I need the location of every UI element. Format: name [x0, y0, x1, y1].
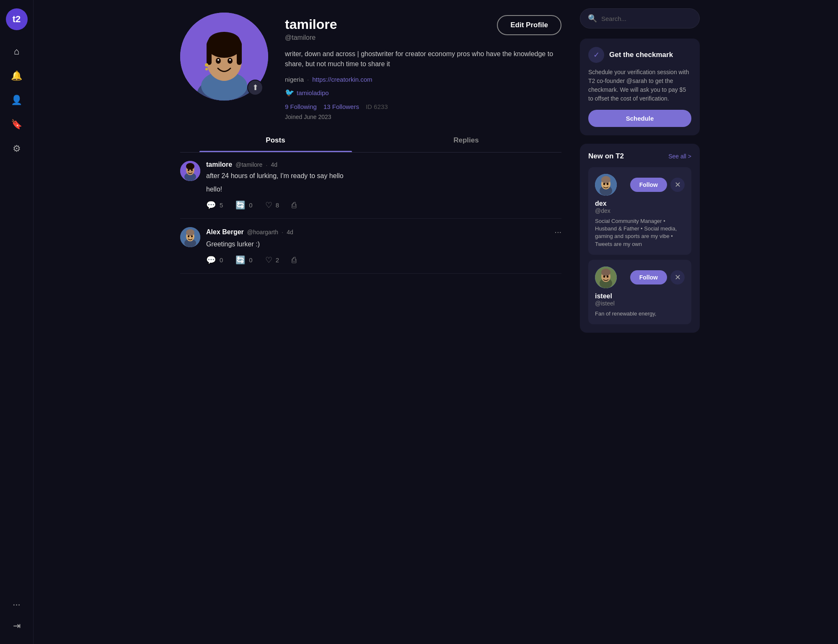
- comment-icon-2: 💬: [206, 255, 216, 265]
- suggestion-avatar-dex: [595, 174, 617, 196]
- post-text: after 24 hours of lurking, I'm ready to …: [206, 171, 561, 194]
- id-value: 6233: [374, 103, 388, 110]
- sidebar-item-notifications[interactable]: 🔔: [7, 66, 26, 85]
- svg-point-36: [601, 269, 610, 276]
- checkmark-title: Get the checkmark: [609, 51, 673, 59]
- tab-posts[interactable]: Posts: [180, 129, 371, 152]
- svg-point-14: [205, 68, 208, 70]
- profile-stats: 9 Following 13 Followers ID 6233: [285, 103, 561, 110]
- follow-button-isteel[interactable]: Follow: [630, 270, 667, 284]
- suggestion-handle-isteel: @isteel: [595, 300, 685, 307]
- sidebar-exit-button[interactable]: ⇥: [7, 616, 26, 636]
- svg-point-11: [217, 59, 219, 61]
- repost-action-2[interactable]: 🔄 0: [235, 255, 252, 265]
- post-sep-2: ·: [282, 228, 283, 235]
- post-author-handle-2: @hoargarth: [247, 229, 278, 235]
- followers-label: Followers: [332, 103, 359, 110]
- svg-point-30: [601, 176, 610, 184]
- post-more-button[interactable]: ···: [554, 227, 561, 237]
- svg-point-38: [607, 275, 608, 277]
- like-icon: ♡: [265, 200, 272, 210]
- comment-count-2: 0: [220, 256, 223, 264]
- right-sidebar: 🔍 ✓ Get the checkmark Schedule your veri…: [570, 0, 700, 644]
- repost-count: 0: [249, 202, 252, 209]
- followers-stat[interactable]: 13 Followers: [323, 103, 359, 110]
- tab-replies[interactable]: Replies: [371, 129, 561, 152]
- like-action[interactable]: ♡ 8: [265, 200, 279, 210]
- post-text-2: Greetings lurker :): [206, 239, 561, 249]
- like-action-2[interactable]: ♡ 2: [265, 255, 279, 265]
- dismiss-button-dex[interactable]: ✕: [670, 178, 685, 192]
- search-input[interactable]: [601, 15, 692, 22]
- svg-point-24: [186, 229, 194, 236]
- search-icon: 🔍: [588, 14, 597, 23]
- stat-id-sep: ID 6233: [366, 103, 388, 110]
- post-sep: ·: [266, 161, 267, 168]
- post-author-avatar-2: [180, 227, 200, 247]
- followers-count: 13: [323, 103, 331, 110]
- repost-action[interactable]: 🔄 0: [235, 200, 252, 210]
- svg-point-13: [205, 63, 208, 67]
- post-content-2: Alex Berger @hoargarth · 4d ··· Greeting…: [206, 227, 561, 265]
- sidebar-item-bookmarks[interactable]: 🔖: [7, 115, 26, 134]
- share-action[interactable]: ⎙: [292, 200, 296, 210]
- meta-separator: ·: [307, 76, 309, 83]
- sidebar-logo[interactable]: t2: [6, 8, 28, 30]
- post-header-2: Alex Berger @hoargarth · 4d ···: [206, 227, 561, 237]
- svg-point-18: [186, 163, 194, 170]
- suggestion-name-dex: dex: [595, 200, 685, 207]
- comment-icon: 💬: [206, 200, 216, 210]
- follow-button-dex[interactable]: Follow: [630, 178, 667, 192]
- svg-point-20: [191, 169, 193, 171]
- suggestion-top-1: Follow ✕: [595, 174, 685, 196]
- following-stat[interactable]: 9 Following: [285, 103, 317, 110]
- repost-count-2: 0: [249, 256, 252, 264]
- post-time: 4d: [271, 161, 277, 168]
- new-on-t2-title: New on T2: [588, 152, 624, 160]
- profile-website[interactable]: https://creatorkin.com: [312, 76, 372, 83]
- svg-point-25: [188, 235, 189, 238]
- main-content: ⬆ tamilore @tamilore writer, down and ac…: [172, 0, 570, 644]
- like-icon-2: ♡: [265, 255, 272, 265]
- suggestion-actions-dex: Follow ✕: [630, 178, 685, 192]
- checkmark-description: Schedule your verification session with …: [588, 68, 691, 103]
- new-on-t2-section: New on T2 See all >: [580, 144, 700, 333]
- schedule-button[interactable]: Schedule: [588, 110, 691, 127]
- suggestion-actions-isteel: Follow ✕: [630, 270, 685, 284]
- suggestion-top-2: Follow ✕: [595, 266, 685, 288]
- twitter-icon: 🐦: [285, 88, 294, 97]
- see-all-link[interactable]: See all >: [668, 153, 691, 160]
- suggestion-bio-isteel: Fan of renewable energy,: [595, 310, 685, 318]
- dismiss-button-isteel[interactable]: ✕: [670, 270, 685, 284]
- svg-point-26: [191, 235, 193, 238]
- twitter-handle[interactable]: tamioladipo: [297, 89, 329, 96]
- comment-action[interactable]: 💬 5: [206, 200, 223, 210]
- checkmark-icon: ✓: [588, 47, 604, 63]
- avatar-upload-button[interactable]: ⬆: [247, 80, 263, 96]
- suggestion-name-isteel: isteel: [595, 292, 685, 300]
- checkmark-card: ✓ Get the checkmark Schedule your verifi…: [580, 39, 700, 135]
- comment-action-2[interactable]: 💬 0: [206, 255, 223, 265]
- sidebar-item-settings[interactable]: ⚙: [7, 139, 26, 158]
- sidebar-item-home[interactable]: ⌂: [7, 42, 26, 61]
- share-icon-2: ⎙: [292, 256, 296, 265]
- table-row: tamilore @tamilore · 4d after 24 hours o…: [180, 153, 561, 219]
- suggestion-handle-dex: @dex: [595, 207, 685, 214]
- repost-icon: 🔄: [235, 200, 246, 210]
- checkmark-header: ✓ Get the checkmark: [588, 47, 691, 63]
- edit-profile-button[interactable]: Edit Profile: [497, 15, 561, 35]
- sidebar-more-button[interactable]: ...: [9, 594, 23, 611]
- sidebar-item-profile[interactable]: 👤: [7, 91, 26, 110]
- post-actions-2: 💬 0 🔄 0 ♡ 2 ⎙: [206, 255, 561, 265]
- id-label: ID: [366, 103, 372, 110]
- share-action-2[interactable]: ⎙: [292, 255, 296, 265]
- post-time-2: 4d: [287, 229, 293, 235]
- tabs-row: Posts Replies: [180, 129, 561, 153]
- new-on-t2-header: New on T2 See all >: [588, 152, 691, 160]
- sidebar: t2 ⌂ 🔔 👤 🔖 ⚙ ... ⇥: [0, 0, 34, 644]
- profile-location: nigeria: [285, 76, 304, 83]
- svg-point-19: [188, 169, 189, 171]
- profile-header: ⬆ tamilore @tamilore writer, down and ac…: [180, 0, 561, 129]
- suggestion-avatar-isteel: [595, 266, 617, 288]
- svg-point-6: [208, 32, 240, 50]
